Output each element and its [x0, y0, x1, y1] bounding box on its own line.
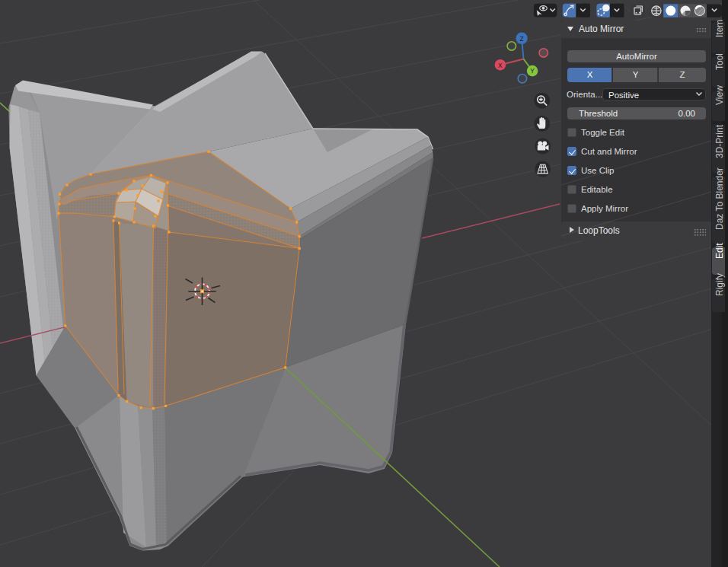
svg-text:X: X	[498, 62, 503, 69]
svg-text:Z: Z	[519, 35, 523, 43]
svg-text:Y: Y	[530, 67, 535, 75]
